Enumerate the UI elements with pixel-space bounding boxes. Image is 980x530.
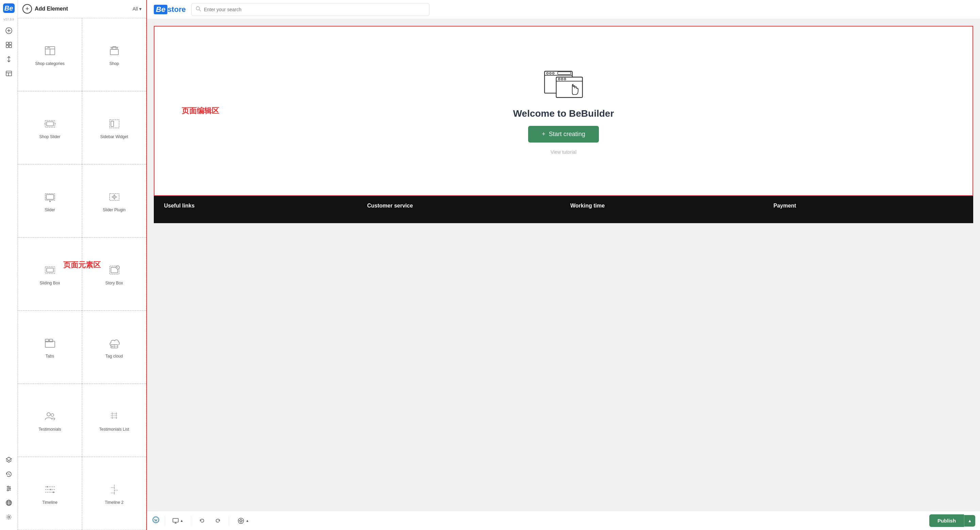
page-footer: Useful links Customer service Working ti… <box>154 196 973 223</box>
panel-title: Add Element <box>35 6 130 12</box>
svg-rect-30 <box>113 47 116 49</box>
testimonials-icon <box>44 410 56 424</box>
wordpress-icon[interactable]: W <box>152 516 160 525</box>
story-box-label: Story Box <box>105 281 123 286</box>
element-item-testimonials-list[interactable]: Testimonials List <box>82 384 146 457</box>
testimonials-list-icon <box>108 410 121 424</box>
svg-point-58 <box>51 414 54 416</box>
add-circle-icon[interactable] <box>3 24 15 37</box>
filter-label: All <box>132 6 138 11</box>
svg-point-17 <box>8 486 9 487</box>
plus-icon: + <box>542 131 546 138</box>
svg-point-68 <box>50 489 51 490</box>
search-input[interactable] <box>204 7 425 12</box>
element-item-testimonials[interactable]: Testimonials <box>18 384 82 457</box>
top-navbar: Be store <box>147 0 980 19</box>
tabs-label: Tabs <box>46 354 54 359</box>
element-item-timeline-2[interactable]: Timeline 2 <box>82 457 146 530</box>
publish-dropdown-button[interactable]: ▲ <box>964 515 975 527</box>
svg-rect-3 <box>6 42 8 44</box>
shop-icon <box>108 44 121 59</box>
shop-categories-label: Shop categories <box>35 61 65 66</box>
preview-button[interactable]: ▲ <box>234 515 253 527</box>
svg-point-69 <box>53 492 54 493</box>
chevron-down-icon: ▾ <box>139 6 142 11</box>
slider-plugin-label: Slider Plugin <box>103 208 126 212</box>
brand-logo-sidebar: Be <box>3 3 14 13</box>
redo-button[interactable] <box>212 515 224 527</box>
globe-icon[interactable] <box>3 497 15 509</box>
element-item-shop[interactable]: Shop <box>82 18 146 91</box>
shop-slider-icon <box>44 118 56 132</box>
svg-point-74 <box>196 6 199 10</box>
timeline-2-icon <box>108 483 121 497</box>
svg-point-42 <box>114 197 115 198</box>
publish-button[interactable]: Publish <box>929 514 964 527</box>
svg-rect-4 <box>9 42 11 44</box>
move-icon[interactable] <box>3 53 15 65</box>
element-item-tag-cloud[interactable]: # Tag cloud <box>82 311 146 384</box>
svg-rect-94 <box>173 519 178 522</box>
panel-collapse-handle[interactable]: ‹ <box>146 258 147 272</box>
svg-rect-29 <box>110 49 118 55</box>
filter-dropdown[interactable]: All ▾ <box>132 6 142 11</box>
footer-col-useful-links: Useful links <box>164 203 353 216</box>
tag-cloud-icon: # <box>108 337 121 351</box>
slider-icon <box>44 191 56 205</box>
sliding-box-icon <box>44 264 56 278</box>
element-item-shop-slider[interactable]: Shop Slider <box>18 91 82 164</box>
page-editor-wrapper: 页面编辑区 <box>147 19 980 511</box>
search-bar[interactable] <box>191 3 430 16</box>
svg-line-75 <box>199 10 201 11</box>
gear-icon[interactable] <box>3 511 15 523</box>
sidebar-widget-label: Sidebar Widget <box>100 134 128 139</box>
svg-marker-11 <box>6 457 11 460</box>
element-item-tabs[interactable]: Tabs <box>18 311 82 384</box>
svg-rect-44 <box>47 268 53 272</box>
history-icon[interactable] <box>3 468 15 480</box>
svg-point-67 <box>47 486 48 487</box>
element-item-timeline[interactable]: Timeline <box>18 457 82 530</box>
svg-rect-32 <box>47 122 53 126</box>
svg-point-25 <box>8 516 10 518</box>
timeline-label: Timeline <box>42 500 57 505</box>
layers-icon[interactable] <box>3 454 15 466</box>
preview-chevron-up: ▲ <box>246 519 249 522</box>
element-item-story-box[interactable]: Story Box <box>82 238 146 311</box>
element-item-slider-plugin[interactable]: Slider Plugin <box>82 164 146 238</box>
timeline-2-label: Timeline 2 <box>105 500 124 505</box>
undo-button[interactable] <box>196 515 208 527</box>
svg-rect-52 <box>49 339 53 342</box>
svg-rect-38 <box>46 195 54 199</box>
start-creating-label: Start creating <box>549 131 585 138</box>
device-desktop-button[interactable]: ▲ <box>170 516 186 525</box>
footer-col-payment: Payment <box>773 203 963 216</box>
footer-payment-title: Payment <box>773 203 963 209</box>
start-creating-button[interactable]: + Start creating <box>528 126 599 143</box>
footer-col-working-time: Working time <box>570 203 760 216</box>
element-grid: Shop categories Shop Shop Slider <box>18 18 146 530</box>
element-item-sliding-box[interactable]: Sliding Box <box>18 238 82 311</box>
element-panel: + Add Element All ▾ Shop categories <box>18 0 147 530</box>
footer-useful-links-title: Useful links <box>164 203 353 209</box>
element-item-sidebar-widget[interactable]: Sidebar Widget <box>82 91 146 164</box>
svg-rect-51 <box>45 339 49 342</box>
page-editor-canvas[interactable]: 页面编辑区 <box>154 26 973 196</box>
svg-rect-5 <box>6 45 8 48</box>
element-item-slider[interactable]: Slider <box>18 164 82 238</box>
add-element-plus-button[interactable]: + <box>22 4 32 14</box>
view-tutorial-link[interactable]: View tutorial <box>550 149 576 155</box>
settings-sliders-icon[interactable] <box>3 482 15 495</box>
version-label: V27.3.9 <box>3 18 14 21</box>
svg-point-57 <box>47 413 50 416</box>
grid-layout-icon[interactable] <box>3 39 15 51</box>
chevron-up-icon-publish: ▲ <box>968 519 972 523</box>
search-icon <box>196 6 201 13</box>
shop-slider-label: Shop Slider <box>39 134 60 139</box>
testimonials-list-label: Testimonials List <box>99 427 129 432</box>
tag-cloud-label: Tag cloud <box>105 354 123 359</box>
layout-icon[interactable] <box>3 67 15 79</box>
content-area: Be store 页面编辑区 <box>147 0 980 530</box>
element-item-shop-categories[interactable]: Shop categories <box>18 18 82 91</box>
toolbar-separator-3 <box>229 516 229 526</box>
